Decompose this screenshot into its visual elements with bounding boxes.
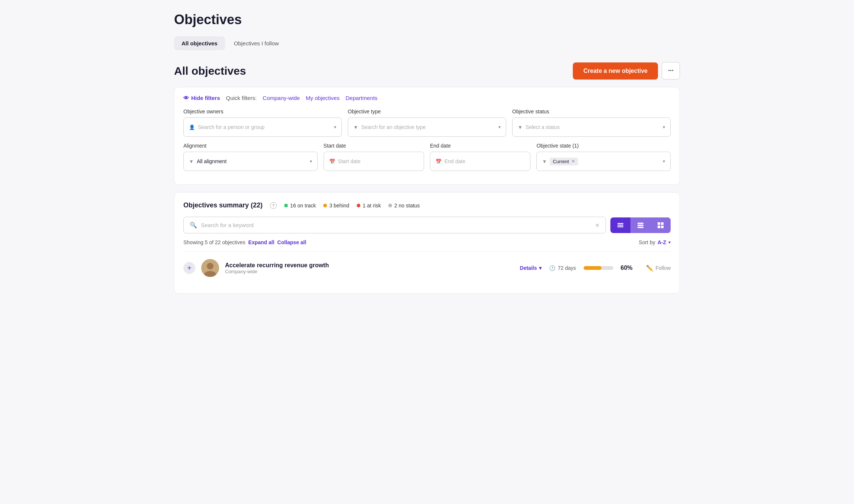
filter-row-1: Objective owners 👤 Search for a person o… <box>183 109 671 137</box>
days-value: 72 days <box>558 265 576 271</box>
objective-status-placeholder: Select a status <box>526 124 660 130</box>
svg-rect-4 <box>638 224 643 226</box>
objective-expand-button[interactable]: + <box>183 262 195 274</box>
chevron-down-icon-4: ▾ <box>310 159 312 164</box>
current-tag: Current ✕ <box>550 158 578 165</box>
svg-rect-9 <box>661 226 664 228</box>
filter-icon-4: ▼ <box>542 159 547 164</box>
tab-all-objectives[interactable]: All objectives <box>174 36 225 50</box>
filter-icon-2: ▼ <box>518 125 523 130</box>
objective-days: 🕐 72 days <box>549 265 576 271</box>
clear-search-icon[interactable]: ✕ <box>595 222 600 228</box>
quick-filter-departments[interactable]: Departments <box>346 95 378 101</box>
tabs-row: All objectives Objectives I follow <box>174 36 680 50</box>
summary-header: Objectives summary (22) ? 16 on track 3 … <box>183 201 671 209</box>
objective-meta: Details ▾ 🕐 72 days 60% ✏️ Follow <box>520 265 671 272</box>
objective-row: + Accelerate recurring revenue growth Co… <box>183 251 671 284</box>
objective-type-label: Objective type <box>348 109 506 114</box>
start-date-group: Start date 📅 Start date <box>324 143 424 171</box>
sort-by-label: Sort by <box>639 239 655 245</box>
chevron-down-icon-5: ▾ <box>663 159 665 164</box>
start-date-select[interactable]: 📅 Start date <box>324 152 424 171</box>
end-date-placeholder: End date <box>444 158 525 164</box>
filters-card: 👁 Hide filters Quick filters: Company-wi… <box>174 87 680 185</box>
objective-owners-placeholder: Search for a person or group <box>198 124 331 130</box>
end-date-select[interactable]: 📅 End date <box>430 152 530 171</box>
end-date-label: End date <box>430 143 530 149</box>
stat-on-track-label: 16 on track <box>290 203 316 209</box>
objective-type-select[interactable]: ▼ Search for an objective type ▾ <box>348 117 506 137</box>
calendar-icon: 📅 <box>329 159 335 164</box>
objective-type-group: Objective type ▼ Search for an objective… <box>348 109 506 137</box>
follow-button[interactable]: ✏️ Follow <box>646 265 671 272</box>
objective-owners-label: Objective owners <box>183 109 342 114</box>
dot-red <box>357 204 360 207</box>
quick-filter-company-wide[interactable]: Company-wide <box>263 95 300 101</box>
summary-card: Objectives summary (22) ? 16 on track 3 … <box>174 192 680 294</box>
chevron-down-icon-2: ▾ <box>498 125 501 130</box>
keyword-search[interactable]: 🔍 ✕ <box>183 217 606 233</box>
dot-green <box>284 204 288 207</box>
showing-row: Showing 5 of 22 objectives Expand all Co… <box>183 239 671 245</box>
hide-filters-button[interactable]: 👁 Hide filters <box>183 95 220 101</box>
sort-by-value[interactable]: A-Z <box>658 239 666 245</box>
stat-on-track: 16 on track <box>284 203 316 209</box>
svg-rect-1 <box>617 224 623 226</box>
remove-current-tag[interactable]: ✕ <box>571 159 575 164</box>
more-options-button[interactable]: ··· <box>662 62 680 80</box>
svg-rect-2 <box>617 226 623 227</box>
objective-status-label: Objective status <box>512 109 671 114</box>
filter-bar-top: 👁 Hide filters Quick filters: Company-wi… <box>183 95 671 101</box>
quick-filter-my-objectives[interactable]: My objectives <box>306 95 340 101</box>
objective-name: Accelerate recurring revenue growth <box>225 262 514 269</box>
objective-status-group: Objective status ▼ Select a status ▾ <box>512 109 671 137</box>
sort-chevron-icon: ▾ <box>668 240 671 245</box>
expand-all-button[interactable]: Expand all <box>248 239 274 245</box>
clock-icon: 🕐 <box>549 265 555 271</box>
create-objective-button[interactable]: Create a new objective <box>573 62 658 80</box>
quick-filters-label: Quick filters: <box>226 95 257 101</box>
follow-label: Follow <box>656 265 671 271</box>
list-view-compact-button[interactable] <box>610 217 630 233</box>
svg-rect-8 <box>658 226 660 228</box>
help-icon: ? <box>270 202 277 209</box>
page-title: Objectives <box>174 12 680 28</box>
objective-owners-group: Objective owners 👤 Search for a person o… <box>183 109 342 137</box>
stat-at-risk: 1 at risk <box>357 203 381 209</box>
collapse-all-button[interactable]: Collapse all <box>277 239 306 245</box>
follow-pencil-icon: ✏️ <box>646 265 654 272</box>
filter-icon: ▼ <box>353 125 358 130</box>
progress-fill <box>584 266 601 270</box>
start-date-label: Start date <box>324 143 424 149</box>
stat-behind-label: 3 behind <box>329 203 349 209</box>
objective-state-select[interactable]: ▼ Current ✕ ▾ <box>536 152 671 171</box>
dot-gray <box>388 204 392 207</box>
header-actions: Create a new objective ··· <box>573 62 680 80</box>
tab-objectives-i-follow[interactable]: Objectives I follow <box>227 36 286 50</box>
section-title: All objectives <box>174 65 246 77</box>
alignment-select[interactable]: ▼ All alignment ▾ <box>183 152 318 171</box>
svg-point-11 <box>207 263 214 269</box>
list-view-button[interactable] <box>630 217 651 233</box>
chevron-down-icon: ▾ <box>334 125 336 130</box>
objective-status-select[interactable]: ▼ Select a status ▾ <box>512 117 671 137</box>
end-date-group: End date 📅 End date <box>430 143 530 171</box>
details-button[interactable]: Details ▾ <box>520 265 542 271</box>
filter-row-2: Alignment ▼ All alignment ▾ Start date 📅… <box>183 143 671 171</box>
objective-owners-select[interactable]: 👤 Search for a person or group ▾ <box>183 117 342 137</box>
alignment-group: Alignment ▼ All alignment ▾ <box>183 143 318 171</box>
filter-icon-3: ▼ <box>189 159 194 164</box>
person-icon: 👤 <box>189 125 195 130</box>
grid-view-button[interactable] <box>651 217 671 233</box>
svg-rect-5 <box>638 227 643 228</box>
details-label: Details <box>520 265 537 271</box>
search-row: 🔍 ✕ <box>183 217 671 233</box>
sort-row: Sort by A-Z ▾ <box>639 239 671 245</box>
showing-text: Showing 5 of 22 objectives <box>183 239 245 245</box>
objective-state-label: Objective state (1) <box>536 143 671 149</box>
stat-no-status-label: 2 no status <box>394 203 420 209</box>
alignment-label: Alignment <box>183 143 318 149</box>
progress-bar <box>584 266 613 270</box>
alignment-value: All alignment <box>197 158 307 164</box>
keyword-search-input[interactable] <box>201 222 591 228</box>
